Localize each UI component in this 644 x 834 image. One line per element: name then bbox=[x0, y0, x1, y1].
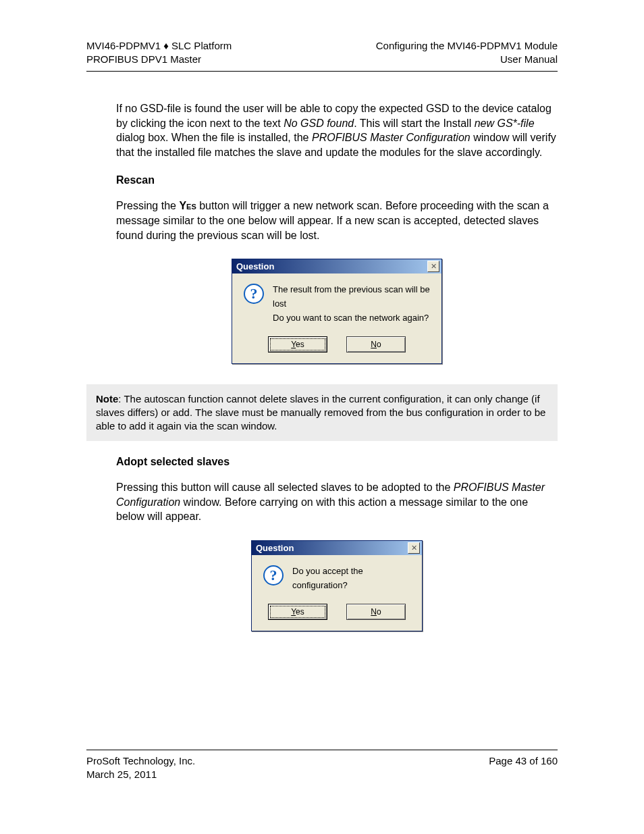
yes-button[interactable]: Yes bbox=[268, 336, 327, 353]
dialog2-message: Do you accept the configuration? bbox=[292, 565, 411, 593]
dialog1-yes-rest: es bbox=[296, 340, 304, 349]
header-left-line1b: SLC Platform bbox=[169, 40, 232, 51]
adopt-heading: Adopt selected slaves bbox=[116, 456, 558, 468]
header-right-line1: Configuring the MVI46-PDPMV1 Module bbox=[376, 39, 558, 53]
intro-paragraph: If no GSD-file is found the user will be… bbox=[116, 101, 558, 159]
footer-page: Page 43 of 160 bbox=[489, 754, 558, 782]
dialog1-no-mn: N bbox=[371, 340, 377, 349]
question-icon: ? bbox=[243, 283, 265, 305]
footer-row: ProSoft Technology, Inc. March 25, 2011 … bbox=[86, 754, 558, 782]
dialog2-wrap: Question ✕ ? Do you accept the configura… bbox=[116, 540, 558, 631]
header-right: Configuring the MVI46-PDPMV1 Module User… bbox=[376, 39, 558, 66]
page-footer: ProSoft Technology, Inc. March 25, 2011 … bbox=[86, 750, 558, 782]
header-left-line1: MVI46-PDPMV1 ♦ SLC Platform bbox=[86, 39, 232, 53]
footer-company: ProSoft Technology, Inc. bbox=[86, 754, 195, 768]
page-body: If no GSD-file is found the user will be… bbox=[86, 72, 558, 631]
dialog2-no-rest: o bbox=[377, 607, 381, 617]
para1-t3: dialog box. When the file is installed, … bbox=[116, 132, 312, 143]
dialog2-buttons: Yes No bbox=[252, 600, 422, 631]
dialog1-title: Question bbox=[236, 261, 274, 271]
dialog2-no-mn: N bbox=[371, 607, 377, 617]
question-dialog-1: Question ✕ ? The result from the previou… bbox=[232, 259, 442, 363]
header-left-line1a: MVI46-PDPMV1 bbox=[86, 40, 163, 51]
footer-rule bbox=[86, 750, 558, 750]
dialog1-wrap: Question ✕ ? The result from the previou… bbox=[116, 259, 558, 363]
yes-button[interactable]: Yes bbox=[268, 604, 327, 620]
no-button[interactable]: No bbox=[346, 604, 406, 620]
rescan-t1: Pressing the bbox=[116, 200, 179, 211]
adopt-paragraph: Pressing this button will cause all sele… bbox=[116, 480, 558, 524]
rescan-yes-ref: Yes bbox=[179, 200, 196, 211]
page-header: MVI46-PDPMV1 ♦ SLC Platform PROFIBUS DPV… bbox=[86, 39, 558, 66]
no-button[interactable]: No bbox=[346, 336, 406, 353]
dialog2-body: ? Do you accept the configuration? bbox=[252, 555, 422, 600]
close-icon[interactable]: ✕ bbox=[408, 542, 420, 554]
dialog1-body: ? The result from the previous scan will… bbox=[232, 273, 441, 332]
document-page: MVI46-PDPMV1 ♦ SLC Platform PROFIBUS DPV… bbox=[0, 0, 644, 834]
dialog1-no-rest: o bbox=[377, 340, 381, 349]
rescan-paragraph: Pressing the Yes button will trigger a n… bbox=[116, 199, 558, 242]
dialog1-titlebar: Question ✕ bbox=[232, 259, 441, 273]
svg-text:?: ? bbox=[270, 567, 277, 583]
adopt-t1: Pressing this button will cause all sele… bbox=[116, 481, 454, 493]
para1-i3: PROFIBUS Master Configuration bbox=[312, 132, 471, 143]
dialog1-buttons: Yes No bbox=[232, 332, 441, 363]
dialog2-yes-rest: es bbox=[296, 607, 304, 617]
question-dialog-2: Question ✕ ? Do you accept the configura… bbox=[251, 540, 423, 631]
para1-t2: . This will start the Install bbox=[354, 118, 474, 129]
note-label: Note bbox=[96, 393, 118, 405]
rescan-heading: Rescan bbox=[116, 174, 558, 186]
svg-text:?: ? bbox=[250, 285, 258, 302]
header-left-line2: PROFIBUS DPV1 Master bbox=[86, 53, 232, 66]
dialog2-titlebar: Question ✕ bbox=[252, 541, 422, 555]
dialog2-title: Question bbox=[256, 543, 294, 553]
header-right-line2: User Manual bbox=[376, 53, 558, 66]
close-icon[interactable]: ✕ bbox=[427, 261, 439, 272]
question-icon: ? bbox=[263, 565, 284, 586]
para1-i2: new GS*-file bbox=[475, 118, 535, 129]
footer-date: March 25, 2011 bbox=[86, 768, 195, 781]
para1-i1: No GSD found bbox=[284, 118, 354, 129]
footer-left: ProSoft Technology, Inc. March 25, 2011 bbox=[86, 754, 195, 782]
note-text: : The autoscan function cannot delete sl… bbox=[96, 393, 545, 432]
dialog1-message: The result from the previous scan will b… bbox=[273, 283, 431, 325]
header-left: MVI46-PDPMV1 ♦ SLC Platform PROFIBUS DPV… bbox=[86, 39, 232, 66]
note-box: Note: The autoscan function cannot delet… bbox=[86, 384, 558, 442]
